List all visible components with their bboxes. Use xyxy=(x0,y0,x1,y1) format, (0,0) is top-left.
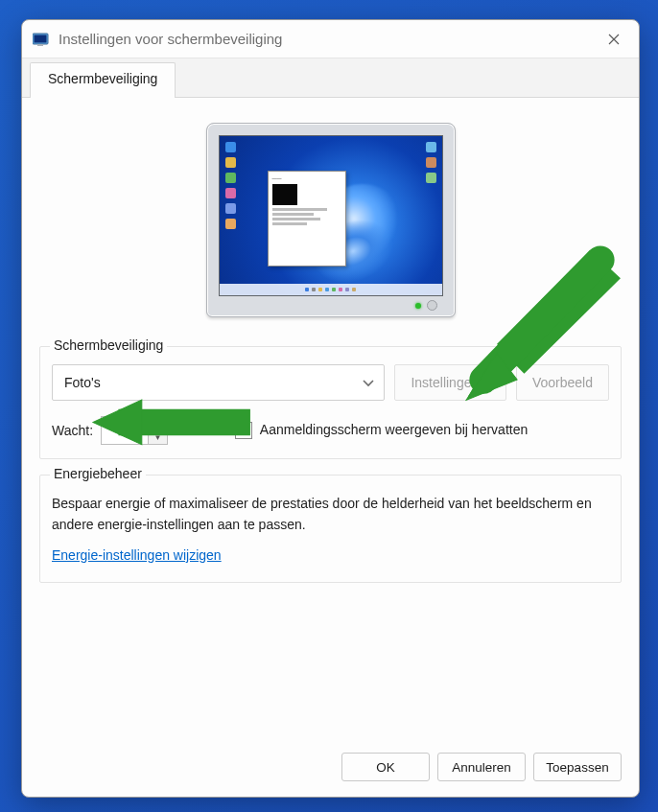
apply-button[interactable]: Toepassen xyxy=(533,753,622,781)
resume-logon-checkbox[interactable] xyxy=(235,422,252,439)
window-title: Instellingen voor schermbeveiliging xyxy=(59,31,597,47)
svg-rect-2 xyxy=(37,44,43,46)
tab-screensaver[interactable]: Schermbeveiliging xyxy=(30,62,176,98)
dialog-footer: OK Annuleren Toepassen xyxy=(22,739,639,797)
minutes-label: minuten xyxy=(176,423,223,438)
monitor-preview: —— xyxy=(206,123,456,317)
spinner-up-button[interactable]: ▲ xyxy=(149,417,167,431)
energy-description: Bespaar energie of maximaliseer de prest… xyxy=(52,493,609,536)
power-led-icon xyxy=(415,303,421,309)
spinner-down-button[interactable]: ▼ xyxy=(149,431,167,445)
energy-settings-link[interactable]: Energie-instellingen wijzigen xyxy=(52,547,222,563)
chevron-down-icon xyxy=(363,375,374,390)
screensaver-icon xyxy=(32,30,51,49)
titlebar: Instellingen voor schermbeveiliging xyxy=(22,20,639,58)
power-button-icon xyxy=(427,300,437,311)
close-button[interactable] xyxy=(597,25,631,54)
dialog-content: —— xyxy=(22,98,639,739)
svg-rect-1 xyxy=(35,35,47,42)
screensaver-select[interactable]: Foto's xyxy=(52,364,385,401)
screensaver-settings-dialog: Instellingen voor schermbeveiliging Sche… xyxy=(21,19,640,798)
close-icon xyxy=(608,34,620,45)
ok-button[interactable]: OK xyxy=(341,753,430,781)
wait-minutes-input[interactable] xyxy=(102,417,148,444)
wait-label: Wacht: xyxy=(52,423,93,438)
screensaver-select-value: Foto's xyxy=(64,375,101,390)
screensaver-group-title: Schermbeveiliging xyxy=(50,337,167,353)
cancel-button[interactable]: Annuleren xyxy=(437,753,526,781)
nested-preview-window: —— xyxy=(268,171,346,267)
energy-group: Energiebeheer Bespaar energie of maximal… xyxy=(39,475,622,583)
settings-button[interactable]: Instellingen... xyxy=(394,364,506,401)
monitor-screen: —— xyxy=(219,135,443,296)
resume-logon-label: Aanmeldingsscherm weergeven bij hervatte… xyxy=(260,422,528,439)
wait-minutes-spinner[interactable]: ▲ ▼ xyxy=(101,416,168,445)
monitor-preview-area: —— xyxy=(39,113,622,346)
screensaver-group: Schermbeveiliging Foto's Instellingen...… xyxy=(39,346,622,459)
energy-group-title: Energiebeheer xyxy=(50,466,146,481)
tab-strip: Schermbeveiliging xyxy=(22,58,639,98)
preview-button[interactable]: Voorbeeld xyxy=(516,364,609,401)
